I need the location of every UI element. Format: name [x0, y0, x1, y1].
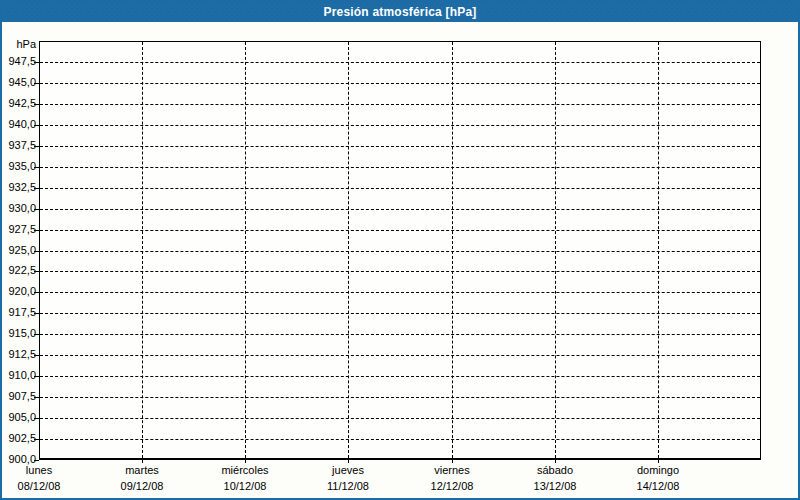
x-axis-tick — [555, 460, 556, 463]
y-tick-label: 907,5 — [2, 390, 36, 403]
x-axis-tick — [452, 460, 453, 463]
y-gridline — [40, 188, 760, 189]
x-day-label: jueves — [297, 464, 399, 477]
y-tick-label: 920,0 — [2, 285, 36, 298]
y-gridline — [40, 146, 760, 147]
x-date-label: 08/12/08 — [0, 480, 90, 493]
y-gridline — [40, 104, 760, 105]
y-tick-label: 940,0 — [2, 118, 36, 131]
y-tick-label: 942,5 — [2, 97, 36, 110]
x-axis-tick — [658, 460, 659, 463]
y-gridline — [40, 125, 760, 126]
y-gridline — [40, 397, 760, 398]
y-gridline — [40, 62, 760, 63]
x-gridline — [348, 42, 349, 458]
y-tick-label: 927,5 — [2, 223, 36, 236]
y-gridline — [40, 418, 760, 419]
y-tick-label: 930,0 — [2, 202, 36, 215]
x-axis-tick — [142, 460, 143, 463]
y-gridline — [40, 439, 760, 440]
x-date-label: 09/12/08 — [91, 480, 193, 493]
y-gridline — [40, 334, 760, 335]
plot-area — [39, 41, 761, 460]
y-gridline — [40, 355, 760, 356]
x-date-label: 12/12/08 — [401, 480, 503, 493]
x-day-label: sábado — [504, 464, 606, 477]
y-tick-label: 905,0 — [2, 411, 36, 424]
y-tick-label: 910,0 — [2, 369, 36, 382]
x-day-label: lunes — [0, 464, 90, 477]
x-date-label: 13/12/08 — [504, 480, 606, 493]
x-day-label: martes — [91, 464, 193, 477]
pressure-chart-window: Presión atmosférica [hPa] hPa 947,5945,0… — [0, 0, 800, 500]
x-date-label: 14/12/08 — [607, 480, 709, 493]
x-date-label: 11/12/08 — [297, 480, 399, 493]
y-gridline — [40, 376, 760, 377]
y-tick-label: 902,5 — [2, 432, 36, 445]
x-axis-tick — [245, 460, 246, 463]
x-day-label: viernes — [401, 464, 503, 477]
x-day-label: miércoles — [194, 464, 296, 477]
y-axis-unit-label: hPa — [2, 38, 36, 51]
y-tick-label: 912,5 — [2, 348, 36, 361]
y-tick-label: 947,5 — [2, 55, 36, 68]
x-gridline — [555, 42, 556, 458]
y-tick-label: 932,5 — [2, 181, 36, 194]
y-tick-label: 917,5 — [2, 306, 36, 319]
x-gridline — [142, 42, 143, 458]
x-day-label: domingo — [607, 464, 709, 477]
chart-title: Presión atmosférica [hPa] — [323, 5, 476, 19]
y-gridline — [40, 167, 760, 168]
y-gridline — [40, 251, 760, 252]
y-gridline — [40, 209, 760, 210]
y-gridline — [40, 230, 760, 231]
y-tick-label: 925,0 — [2, 244, 36, 257]
x-date-label: 10/12/08 — [194, 480, 296, 493]
y-gridline — [40, 83, 760, 84]
x-gridline — [658, 42, 659, 458]
y-tick-label: 922,5 — [2, 264, 36, 277]
y-tick-label: 935,0 — [2, 160, 36, 173]
x-gridline — [245, 42, 246, 458]
chart-title-bar: Presión atmosférica [hPa] — [2, 2, 798, 22]
x-gridline — [452, 42, 453, 458]
y-tick-label: 945,0 — [2, 76, 36, 89]
x-axis-tick — [348, 460, 349, 463]
y-tick-label: 915,0 — [2, 327, 36, 340]
y-tick-label: 937,5 — [2, 139, 36, 152]
y-gridline — [40, 313, 760, 314]
y-gridline — [40, 292, 760, 293]
y-gridline — [40, 271, 760, 272]
